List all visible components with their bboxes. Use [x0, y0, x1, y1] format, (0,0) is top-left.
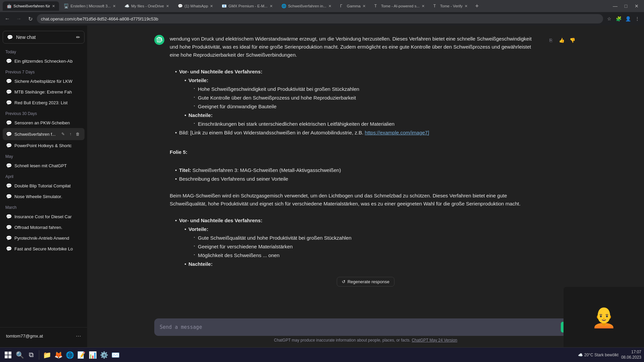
- profile-icon[interactable]: 👤: [624, 15, 632, 23]
- taskbar-word[interactable]: 📝: [76, 350, 86, 360]
- delete-chat-button[interactable]: 🗑: [74, 131, 81, 137]
- chat-item-icon-c2: 💬: [6, 78, 12, 84]
- chat-item-icon-c9: 💬: [6, 183, 12, 188]
- regenerate-icon: ↺: [342, 279, 345, 284]
- sidebar-item-c9[interactable]: 💬 Double Blip Tutorial Compilat: [3, 180, 85, 191]
- taskbar-settings[interactable]: ⚙️: [99, 350, 109, 360]
- taskbar-mail[interactable]: ✉️: [110, 350, 120, 360]
- restore-button[interactable]: □: [621, 1, 631, 11]
- new-tab-button[interactable]: +: [472, 1, 482, 11]
- minimize-button[interactable]: —: [610, 1, 620, 11]
- tab-close-5[interactable]: ✕: [270, 4, 273, 8]
- tab-close-6[interactable]: ✕: [328, 4, 331, 8]
- sidebar-item-c1[interactable]: 💬 Ein glitzerndes Schnecken-Ab: [3, 56, 85, 66]
- sidebar-item-c5[interactable]: 💬 Sensoren an PKW-Scheiben: [3, 117, 85, 128]
- sidebar-item-c8[interactable]: 💬 Schnell lesen mit ChatGPT: [3, 160, 85, 171]
- chat-item-label-c1: Ein glitzerndes Schnecken-Ab: [14, 59, 81, 64]
- taskbar-clock: 17:07 08.06.2023: [621, 350, 641, 360]
- sidebar-item-c4[interactable]: 💬 Red Bull Erzberg 2023: List: [3, 97, 85, 108]
- sidebar-item-c10[interactable]: 💬 Nose Wheelie Simulator.: [3, 191, 85, 202]
- sidebar-item-c12[interactable]: 💬 Offroad Motorrad fahren.: [3, 222, 85, 233]
- copy-button[interactable]: ⎘: [546, 36, 555, 45]
- forward-button[interactable]: →: [14, 14, 23, 23]
- input-area: ▶ ChatGPT may produce inaccurate informa…: [87, 314, 644, 347]
- video-overlay: 🧑‍🦲: [564, 287, 644, 347]
- tab-schweiss-in[interactable]: 🌐 Schweißverfahren in... ✕: [277, 1, 335, 11]
- tab-tome1[interactable]: T Tome - AI-powered s... ✕: [370, 1, 429, 11]
- chat-item-label-c3: MTB Steihänge: Extreme Fah: [14, 89, 81, 95]
- taskbar-taskview[interactable]: ⧉: [26, 350, 36, 360]
- tab-close-1[interactable]: ✕: [52, 4, 55, 8]
- chat-item-label-c14: Fast and Secure Motorbike Lo: [14, 246, 81, 251]
- tab-close-9[interactable]: ✕: [465, 4, 468, 8]
- main-area: wendung von Druck und elektrischem Wider…: [87, 25, 644, 347]
- paragraph-intro: wendung von Druck und elektrischem Wider…: [170, 35, 541, 59]
- chat-item-icon-c12: 💬: [6, 225, 12, 230]
- thumbs-down-button[interactable]: 👎: [568, 36, 577, 45]
- tab-close-7[interactable]: ✕: [363, 4, 366, 8]
- message-actions: ⎘ 👍 👎: [546, 35, 577, 269]
- tab-favicon-9: T: [433, 4, 438, 8]
- reload-button[interactable]: ↻: [25, 14, 35, 23]
- close-button[interactable]: ✕: [632, 1, 641, 11]
- user-row[interactable]: tomtom77@gmx.at ⋯: [3, 330, 85, 342]
- chat-item-icon-c5: 💬: [6, 120, 12, 125]
- sidebar-item-c6[interactable]: 💬 Schweißverfahren f... ✎ ↑ 🗑: [3, 128, 85, 140]
- taskbar-explorer[interactable]: 📁: [42, 350, 52, 360]
- tab-close-4[interactable]: ✕: [210, 4, 213, 8]
- tab-whatsapp[interactable]: 💬 (1) WhatsApp ✕: [174, 1, 217, 11]
- mag-vor-nachteile-title: Vor- und Nachteile des Verfahrens:: [179, 218, 262, 223]
- share-chat-button[interactable]: ↑: [67, 131, 74, 137]
- bild-link[interactable]: https://example.com/image7]: [365, 130, 429, 135]
- sidebar-item-c2[interactable]: 💬 Sichere Arbeitsplätze für LKW: [3, 76, 85, 86]
- bookmark-icon[interactable]: ☆: [605, 15, 613, 23]
- taskbar-chrome[interactable]: 🌐: [65, 350, 75, 360]
- tab-schweissverfahren[interactable]: 🤖 Schweißverfahren für ✕: [3, 1, 59, 11]
- svg-rect-1: [8, 352, 11, 355]
- tab-close-3[interactable]: ✕: [166, 4, 169, 8]
- address-input[interactable]: [37, 14, 603, 23]
- chat-icon: 💬: [7, 35, 13, 40]
- back-button[interactable]: ←: [3, 14, 12, 23]
- tab-tome2[interactable]: T Tome - Verify ✕: [429, 1, 472, 11]
- regenerate-button[interactable]: ↺ Regenerate response: [337, 277, 394, 287]
- settings-icon[interactable]: ⋮: [633, 15, 641, 23]
- sidebar-item-c7[interactable]: 💬 PowerPoint Hotkeys & Shortc: [3, 140, 85, 151]
- sidebar-item-c3[interactable]: 💬 MTB Steihänge: Extreme Fah: [3, 86, 85, 97]
- tab-onedrive[interactable]: ☁️ My files - OneDrive ✕: [120, 1, 173, 11]
- chat-item-label-c13: Pyrotechnik-Antrieb Anwend: [14, 236, 81, 241]
- user-menu-button[interactable]: ⋯: [76, 333, 81, 339]
- tab-label-3: My files - OneDrive: [131, 4, 164, 8]
- tab-label-7: Gamma: [347, 4, 361, 8]
- sidebar-item-c14[interactable]: 💬 Fast and Secure Motorbike Lo: [3, 243, 85, 254]
- taskbar-powerpoint[interactable]: 📊: [88, 350, 98, 360]
- taskbar-separator: [39, 350, 39, 360]
- pencil-icon: ✏: [76, 35, 80, 40]
- chat-item-label-c9: Double Blip Tutorial Compilat: [14, 183, 81, 188]
- taskbar-search[interactable]: 🔍: [15, 350, 25, 360]
- tab-close-8[interactable]: ✕: [422, 4, 425, 8]
- message-input[interactable]: [160, 323, 558, 331]
- tab-favicon-2: 🖥️: [64, 4, 68, 8]
- tab-label-6: Schweißverfahren in...: [288, 4, 326, 8]
- disclaimer-link[interactable]: ChatGPT May 24 Version: [412, 338, 457, 343]
- windows-start-button[interactable]: [3, 350, 13, 360]
- date-display: 08.06.2023: [621, 355, 641, 360]
- disclaimer-main: ChatGPT may produce inaccurate informati…: [274, 338, 411, 343]
- edit-chat-button[interactable]: ✎: [60, 131, 66, 137]
- thumbs-up-button[interactable]: 👍: [557, 36, 566, 45]
- regenerate-area: ↺ Regenerate response: [87, 272, 644, 295]
- tab-favicon-1: 🤖: [7, 4, 11, 8]
- tab-gamma[interactable]: Γ Gamma ✕: [336, 1, 370, 11]
- new-chat-button[interactable]: 💬 New chat ✏: [3, 31, 85, 44]
- chat-item-icon-c10: 💬: [6, 194, 12, 199]
- extensions-icon[interactable]: 🧩: [614, 15, 623, 23]
- tab-favicon-5: 📧: [222, 4, 226, 8]
- tab-gmx[interactable]: 📧 GMX Premium - E-M... ✕: [218, 1, 276, 11]
- tab-microsoft[interactable]: 🖥️ Erstellen | Microsoft 3... ✕: [60, 1, 120, 11]
- sidebar-item-c13[interactable]: 💬 Pyrotechnik-Antrieb Anwend: [3, 233, 85, 243]
- tab-close-2[interactable]: ✕: [113, 4, 116, 8]
- chat-messages: wendung von Druck und elektrischem Wider…: [87, 25, 644, 314]
- sidebar-item-c11[interactable]: 💬 Insurance Cost for Diesel Car: [3, 211, 85, 222]
- taskbar-firefox[interactable]: 🦊: [53, 350, 63, 360]
